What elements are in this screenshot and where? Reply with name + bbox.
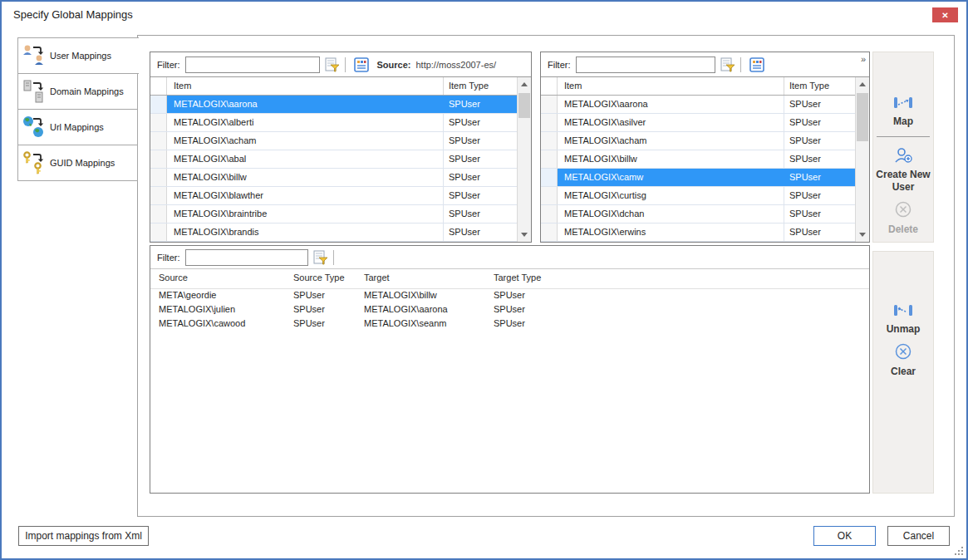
vertical-scrollbar[interactable]: [517, 77, 531, 242]
mapping-row[interactable]: METALOGIX\cawoodSPUserMETALOGIX\seanmSPU…: [150, 317, 869, 332]
table-row[interactable]: METALOGIX\aaronaSPUser: [150, 96, 517, 114]
row-selector-cell[interactable]: [150, 150, 167, 168]
column-header-target[interactable]: Target: [364, 273, 390, 282]
scroll-down-button[interactable]: [856, 228, 869, 242]
ok-button[interactable]: OK: [813, 526, 876, 546]
apply-filter-button[interactable]: [719, 56, 737, 74]
table-row[interactable]: METALOGIX\camwSPUser: [541, 169, 855, 187]
cell-type: SPUser: [444, 224, 517, 241]
column-header-source[interactable]: Source: [159, 273, 188, 282]
target-filter-row: Filter:: [541, 52, 869, 77]
row-selector-cell[interactable]: [541, 224, 558, 241]
mappings-filter-input[interactable]: [185, 249, 308, 266]
cell-type: SPUser: [444, 187, 517, 204]
clear-icon: [894, 342, 912, 361]
column-header-source-type[interactable]: Source Type: [293, 273, 345, 282]
table-row[interactable]: METALOGIX\curtisgSPUser: [541, 187, 855, 205]
unmap-button[interactable]: Unmap: [873, 303, 933, 336]
table-row[interactable]: METALOGIX\braintribeSPUser: [150, 205, 517, 224]
table-row[interactable]: METALOGIX\aaronaSPUser: [541, 96, 855, 114]
cell-type: SPUser: [444, 150, 517, 168]
tab-label: GUID Mappings: [50, 158, 115, 168]
table-row[interactable]: METALOGIX\abalSPUser: [150, 150, 517, 169]
column-header-item[interactable]: Item: [167, 77, 444, 95]
toolbar-separator: [333, 250, 334, 265]
cell-type: SPUser: [444, 169, 517, 186]
cell-target_type: SPUser: [494, 290, 525, 300]
column-header-item[interactable]: Item: [558, 77, 784, 95]
apply-filter-button[interactable]: [323, 56, 342, 74]
cell-item: METALOGIX\billw: [167, 169, 444, 186]
cell-target: METALOGIX\seanm: [364, 318, 446, 328]
row-selector-cell[interactable]: [150, 224, 167, 241]
cell-source: METALOGIX\cawood: [159, 318, 245, 328]
row-selector-cell[interactable]: [150, 132, 167, 150]
cell-item: METALOGIX\braintribe: [167, 205, 444, 223]
row-selector-cell[interactable]: [150, 96, 167, 113]
scrollbar-thumb[interactable]: [857, 93, 868, 141]
tab-user-mappings[interactable]: User Mappings: [17, 37, 139, 74]
column-chooser-button[interactable]: [352, 56, 371, 74]
column-header-target-type[interactable]: Target Type: [494, 273, 541, 282]
row-selector-cell[interactable]: [541, 205, 558, 223]
column-chooser-button[interactable]: [748, 56, 766, 74]
item-actions-group: Map Create New User Delete: [872, 52, 934, 243]
tab-url-mappings[interactable]: Url Mappings: [17, 109, 138, 145]
row-selector-cell[interactable]: [150, 205, 167, 223]
cell-item: METALOGIX\billw: [558, 150, 784, 168]
tab-guid-mappings[interactable]: GUID Mappings: [17, 145, 138, 181]
delete-button[interactable]: Delete: [873, 200, 933, 236]
row-selector-cell[interactable]: [541, 187, 558, 204]
column-header-item-type[interactable]: Item Type: [444, 77, 517, 95]
domain-mappings-icon: [18, 79, 50, 104]
mapping-actions-group: Unmap Clear: [872, 251, 934, 494]
table-row[interactable]: METALOGIX\asilverSPUser: [541, 114, 855, 132]
cell-item: METALOGIX\brandis: [167, 224, 444, 241]
clear-button[interactable]: Clear: [873, 342, 933, 378]
row-selector-cell[interactable]: [541, 169, 558, 186]
row-selector-cell[interactable]: [541, 132, 558, 150]
table-row[interactable]: METALOGIX\dchanSPUser: [541, 205, 855, 224]
table-row[interactable]: METALOGIX\billwSPUser: [541, 150, 855, 169]
tab-domain-mappings[interactable]: Domain Mappings: [17, 73, 138, 110]
row-selector-cell[interactable]: [150, 187, 167, 204]
table-row[interactable]: METALOGIX\brandisSPUser: [150, 224, 517, 242]
table-row[interactable]: METALOGIX\blawtherSPUser: [150, 187, 517, 205]
scroll-up-button[interactable]: [856, 77, 869, 91]
cell-source_type: SPUser: [293, 304, 325, 314]
mapping-row[interactable]: META\geordieSPUserMETALOGIX\billwSPUser: [150, 289, 869, 303]
create-new-user-button[interactable]: Create New User: [873, 147, 933, 194]
map-label: Map: [873, 115, 933, 128]
filter-label: Filter:: [548, 60, 571, 70]
resize-grip[interactable]: [955, 547, 963, 555]
toolbar-separator: [740, 57, 741, 72]
table-row[interactable]: METALOGIX\achamSPUser: [541, 132, 855, 150]
scroll-down-button[interactable]: [518, 228, 531, 242]
column-header-item-type[interactable]: Item Type: [784, 77, 855, 95]
vertical-scrollbar[interactable]: [855, 77, 869, 242]
cell-item: METALOGIX\abal: [167, 150, 444, 168]
mappings-filter-row: Filter:: [150, 246, 869, 269]
mapping-row[interactable]: METALOGIX\julienSPUserMETALOGIX\aaronaSP…: [150, 303, 869, 317]
target-filter-input[interactable]: [576, 56, 715, 73]
row-selector-cell[interactable]: [541, 150, 558, 168]
map-icon: [893, 96, 913, 111]
table-row[interactable]: METALOGIX\albertiSPUser: [150, 114, 517, 132]
mappings-grid-header: Source Source Type Target Target Type: [150, 269, 869, 289]
row-selector-cell[interactable]: [541, 114, 558, 131]
table-row[interactable]: METALOGIX\achamSPUser: [150, 132, 517, 150]
table-row[interactable]: METALOGIX\erwinsSPUser: [541, 224, 855, 242]
row-selector-cell[interactable]: [541, 96, 558, 113]
table-row[interactable]: METALOGIX\billwSPUser: [150, 169, 517, 187]
cell-type: SPUser: [784, 169, 855, 186]
scrollbar-thumb[interactable]: [518, 93, 530, 118]
row-selector-cell[interactable]: [150, 114, 167, 131]
map-button[interactable]: Map: [873, 96, 933, 128]
row-selector-cell[interactable]: [150, 169, 167, 186]
cancel-button[interactable]: Cancel: [887, 526, 950, 546]
import-mappings-button[interactable]: Import mappings from Xml: [18, 526, 149, 546]
scroll-up-button[interactable]: [518, 77, 531, 91]
apply-filter-button[interactable]: [312, 248, 330, 267]
close-button[interactable]: ✕: [932, 7, 958, 22]
source-filter-input[interactable]: [185, 56, 320, 73]
